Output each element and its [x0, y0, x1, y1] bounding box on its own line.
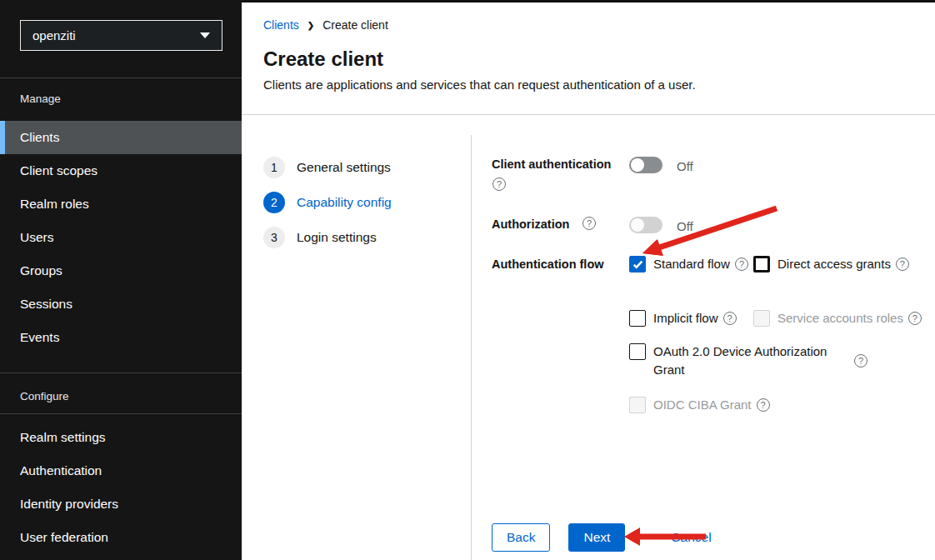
keycloak-create-client-page: openziti Manage Clients Client scopes Re… — [0, 0, 935, 560]
sidebar-item-realm-roles[interactable]: Realm roles — [0, 188, 242, 221]
next-button[interactable]: Next — [568, 523, 625, 552]
sidebar: openziti Manage Clients Client scopes Re… — [0, 0, 242, 560]
configure-nav-list: Realm settings Authentication Identity p… — [0, 421, 242, 554]
chevron-right-icon: ❯ — [308, 21, 314, 30]
checkbox-label: Direct access grants — [778, 255, 891, 273]
page-subtitle: Clients are applications and services th… — [263, 78, 696, 92]
header-divider — [242, 114, 935, 115]
wizard-step-login-settings[interactable]: 3 Login settings — [263, 227, 392, 248]
help-icon[interactable]: ? — [735, 258, 748, 271]
sidebar-item-identity-providers[interactable]: Identity providers — [0, 488, 242, 521]
page-title: Create client — [263, 48, 383, 71]
sidebar-item-events[interactable]: Events — [0, 321, 242, 354]
direct-access-grants-checkbox[interactable]: Direct access grants ? — [753, 255, 909, 273]
step-label: Capability config — [297, 195, 392, 210]
client-authentication-toggle[interactable] — [629, 157, 662, 173]
checkbox-label: Service accounts roles — [778, 309, 903, 328]
wizard-steps: 1 General settings 2 Capability config 3… — [263, 157, 392, 248]
step-number: 3 — [263, 227, 285, 248]
realm-selector-dropdown[interactable]: openziti — [20, 20, 222, 51]
main-content: Clients ❯ Create client Create client Cl… — [242, 0, 935, 560]
checkbox-disabled-icon — [753, 310, 770, 327]
sidebar-item-realm-settings[interactable]: Realm settings — [0, 421, 242, 454]
sidebar-divider — [0, 372, 242, 373]
service-accounts-roles-checkbox: Service accounts roles ? — [753, 309, 922, 328]
sidebar-item-client-scopes[interactable]: Client scopes — [0, 154, 242, 188]
sidebar-divider — [0, 413, 242, 414]
wizard-step-general-settings[interactable]: 1 General settings — [263, 157, 392, 178]
authentication-flow-label: Authentication flow — [492, 258, 604, 271]
step-number: 1 — [263, 157, 285, 178]
checkbox-icon[interactable] — [629, 343, 646, 360]
oidc-ciba-grant-checkbox: OIDC CIBA Grant ? — [629, 396, 770, 414]
back-button[interactable]: Back — [492, 523, 550, 552]
sidebar-item-user-federation[interactable]: User federation — [0, 521, 242, 554]
sidebar-item-clients[interactable]: Clients — [0, 121, 242, 154]
sidebar-item-users[interactable]: Users — [0, 221, 242, 254]
sidebar-item-authentication[interactable]: Authentication — [0, 454, 242, 488]
wizard-step-capability-config[interactable]: 2 Capability config — [263, 192, 392, 213]
sidebar-divider — [0, 78, 242, 78]
step-number: 2 — [263, 192, 285, 213]
help-icon[interactable]: ? — [896, 258, 909, 271]
sidebar-item-sessions[interactable]: Sessions — [0, 288, 242, 321]
client-authentication-value: Off — [677, 159, 693, 173]
breadcrumb: Clients ❯ Create client — [263, 18, 388, 32]
help-icon[interactable]: ? — [582, 217, 596, 230]
checkbox-label: Standard flow — [653, 255, 730, 273]
standard-flow-checkbox[interactable]: Standard flow ? — [629, 255, 753, 273]
breadcrumb-clients-link[interactable]: Clients — [263, 18, 299, 32]
realm-name: openziti — [32, 28, 200, 42]
help-icon[interactable]: ? — [757, 398, 770, 412]
help-icon[interactable]: ? — [723, 312, 737, 325]
client-authentication-label: Client authentication — [492, 158, 625, 171]
implicit-flow-checkbox[interactable]: Implicit flow ? — [629, 309, 753, 328]
breadcrumb-current: Create client — [322, 18, 388, 32]
checkbox-label: Implicit flow — [653, 309, 718, 328]
checkbox-checked-icon[interactable] — [629, 256, 646, 272]
manage-nav-list: Clients Client scopes Realm roles Users … — [0, 121, 242, 354]
sidebar-section-configure: Configure — [20, 390, 69, 402]
toggle-knob — [631, 158, 644, 172]
sidebar-item-groups[interactable]: Groups — [0, 254, 242, 288]
oauth-device-authorization-grant-checkbox[interactable]: OAuth 2.0 Device Authorization Grant ? — [629, 342, 868, 379]
checkbox-icon[interactable] — [753, 256, 770, 272]
checkbox-icon[interactable] — [629, 310, 646, 327]
authorization-label: Authorization — [492, 218, 569, 231]
cancel-link[interactable]: Cancel — [671, 530, 711, 545]
wizard-vertical-divider — [471, 135, 472, 560]
authorization-toggle — [629, 217, 662, 233]
authorization-value: Off — [677, 219, 693, 233]
chevron-down-icon — [200, 32, 210, 38]
help-icon[interactable]: ? — [854, 354, 868, 368]
wizard-footer: Back Next Cancel — [492, 523, 712, 552]
checkbox-label: OIDC CIBA Grant — [653, 396, 752, 414]
sidebar-section-manage: Manage — [20, 92, 61, 105]
help-icon[interactable]: ? — [492, 178, 506, 191]
toggle-knob — [631, 218, 644, 232]
step-label: Login settings — [297, 230, 377, 245]
step-label: General settings — [297, 160, 391, 175]
checkbox-label: OAuth 2.0 Device Authorization Grant — [653, 342, 849, 379]
help-icon[interactable]: ? — [908, 312, 922, 325]
checkbox-disabled-icon — [629, 397, 646, 413]
